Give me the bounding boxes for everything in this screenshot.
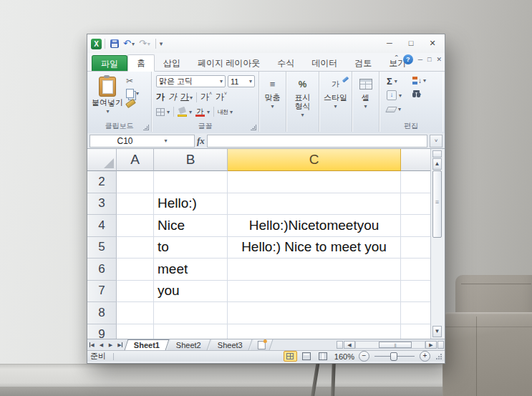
prev-sheet-icon[interactable]: ◀ (97, 339, 106, 350)
italic-button[interactable]: 가 (168, 91, 177, 103)
paste-button[interactable]: 붙여넣기 ▾ (91, 74, 124, 122)
help-icon[interactable]: ? (403, 54, 413, 64)
cell-D-partial[interactable] (401, 281, 430, 303)
cell-C[interactable] (228, 324, 401, 339)
cell-B[interactable] (154, 324, 228, 339)
maximize-button[interactable]: □ (400, 34, 422, 52)
page-break-view-button[interactable] (316, 351, 330, 362)
cell-C[interactable] (228, 193, 401, 216)
cell-C[interactable] (228, 281, 401, 303)
decrease-font-button[interactable]: 가˅ (216, 91, 227, 103)
cell-B[interactable] (154, 302, 228, 324)
cell-A[interactable] (117, 237, 154, 259)
undo-button[interactable]: ↶▾ (122, 39, 136, 49)
page-layout-view-button[interactable] (300, 351, 314, 362)
zoom-slider[interactable] (374, 356, 415, 357)
underline-button[interactable]: 가▾ (180, 91, 193, 103)
cell-D-partial[interactable] (401, 259, 430, 281)
column-header-B[interactable]: B (154, 149, 228, 171)
borders-button[interactable]: ▾ (156, 108, 170, 116)
tab-split-handle[interactable] (437, 341, 444, 349)
redo-button[interactable]: ↷▾ (137, 39, 152, 49)
sheet-tab-sheet2[interactable]: Sheet2 (168, 339, 211, 350)
format-painter-icon[interactable] (125, 99, 136, 108)
workbook-minimize-icon[interactable]: ─ (418, 56, 422, 63)
cell-A[interactable] (117, 259, 154, 281)
cell-D-partial[interactable] (401, 193, 430, 216)
phonetic-button[interactable]: 내천▾ (218, 108, 233, 116)
resize-grip[interactable] (436, 354, 442, 359)
expand-formula-bar-icon[interactable]: ˅ (430, 135, 442, 148)
scroll-down-icon[interactable]: ▼ (432, 326, 442, 337)
save-button[interactable] (109, 39, 120, 49)
name-box[interactable]: C10▾ (90, 135, 195, 148)
font-size-combo[interactable]: 11▾ (228, 75, 255, 87)
scrollbar-thumb[interactable] (432, 170, 442, 238)
cell-B[interactable] (154, 171, 228, 193)
workbook-restore-icon[interactable]: □ (427, 56, 431, 63)
row-header[interactable]: 7 (87, 281, 117, 303)
insert-function-icon[interactable]: fx (197, 135, 205, 147)
fill-color-button[interactable]: ▾ (178, 107, 192, 117)
collapse-ribbon-icon[interactable]: ˆ (395, 56, 398, 63)
cells-group-button[interactable]: 셀 ▾ (352, 72, 379, 132)
row-header[interactable]: 8 (87, 302, 117, 324)
autosum-button[interactable]: Σ▾ (387, 76, 397, 87)
zoom-in-button[interactable]: + (420, 351, 430, 362)
zoom-slider-thumb[interactable] (390, 352, 397, 361)
cell-A[interactable] (117, 215, 154, 237)
sheet-tab-sheet1[interactable]: Sheet1 (125, 339, 170, 350)
row-header[interactable]: 3 (87, 193, 117, 216)
cell-B[interactable]: to (154, 237, 228, 259)
cell-A[interactable] (117, 193, 154, 216)
sheet-tab-sheet3[interactable]: Sheet3 (209, 339, 253, 350)
cell-A[interactable] (117, 281, 154, 303)
font-color-button[interactable]: 가▾ (195, 107, 210, 117)
row-header[interactable]: 6 (87, 259, 117, 281)
clear-button[interactable]: ▾ (387, 106, 401, 112)
dialog-launcher-icon[interactable] (251, 125, 256, 130)
excel-app-icon[interactable]: X (91, 39, 102, 49)
formula-input[interactable] (207, 135, 427, 148)
select-all-corner[interactable] (87, 149, 117, 171)
cell-D-partial[interactable] (401, 302, 430, 324)
zoom-level[interactable]: 160% (334, 352, 354, 361)
cell-C[interactable] (228, 302, 401, 324)
minimize-button[interactable]: ─ (379, 34, 400, 52)
tab-data[interactable]: 데이터 (303, 55, 346, 71)
insert-sheet-tab[interactable] (250, 339, 273, 350)
cell-B[interactable]: you (154, 281, 228, 303)
cell-C[interactable] (228, 171, 401, 193)
cell-C[interactable]: Hello:)Nicetomeetyou (228, 215, 401, 237)
vertical-scrollbar[interactable]: ▲ ▼ (430, 149, 443, 339)
cut-icon[interactable]: ✂ (126, 76, 133, 86)
tab-split-handle[interactable] (337, 341, 343, 349)
scroll-right-icon[interactable]: ▶ (425, 341, 437, 349)
tab-insert[interactable]: 삽입 (155, 55, 189, 71)
cell-D-partial[interactable] (401, 237, 430, 259)
dialog-launcher-icon[interactable] (143, 125, 149, 130)
tab-formulas[interactable]: 수식 (269, 55, 303, 71)
horizontal-scrollbar[interactable]: ⦀ (355, 341, 425, 349)
row-header[interactable]: 5 (87, 237, 117, 259)
cell-A[interactable] (117, 171, 154, 193)
cell-C[interactable]: Hello:) Nice to meet you (228, 237, 401, 259)
row-header[interactable]: 4 (87, 215, 117, 237)
cell-D-partial[interactable] (401, 324, 430, 339)
scroll-up-icon[interactable]: ▲ (432, 158, 442, 170)
column-header-C-selected[interactable]: C (228, 149, 401, 171)
cell-B[interactable]: Nice (154, 215, 228, 237)
scrollbar-thumb[interactable]: ⦀ (379, 342, 412, 348)
customize-qat-icon[interactable]: ▾ (160, 40, 163, 47)
cell-D-partial[interactable] (401, 215, 430, 237)
cell-C[interactable] (228, 259, 401, 281)
tab-page-layout[interactable]: 페이지 레이아웃 (189, 55, 269, 71)
cell-B[interactable]: Hello:) (154, 193, 228, 216)
cell-A[interactable] (117, 324, 154, 339)
number-group-button[interactable]: % 표시형식 ▾ (286, 72, 319, 132)
close-button[interactable]: ✕ (422, 34, 443, 52)
copy-button[interactable]: ▾ (126, 89, 139, 98)
styles-group-button[interactable]: 가 스타일 ▾ (319, 72, 352, 132)
tab-review[interactable]: 검토 (346, 55, 380, 71)
cell-D-partial[interactable] (401, 171, 430, 193)
